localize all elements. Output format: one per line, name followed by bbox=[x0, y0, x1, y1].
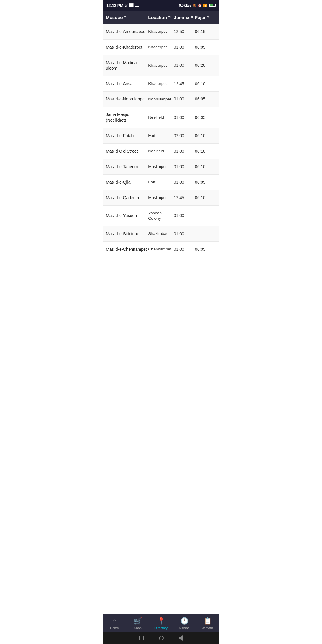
mosque-sort-icon: ⇅ bbox=[124, 16, 127, 19]
table-row[interactable]: Masjid-e-Khaderpet Khaderpet 01:00 06:05 bbox=[103, 40, 219, 55]
mosque-name: Masjid Old Street bbox=[106, 148, 148, 154]
home-button[interactable] bbox=[159, 636, 164, 640]
nav-shop[interactable]: 🛒 Shop bbox=[129, 617, 147, 630]
mosque-location: Neelfield bbox=[148, 148, 174, 154]
mosque-fajar: 06:10 bbox=[195, 81, 216, 87]
table-row[interactable]: Masjid-e-Yaseen Yaseen Colony 01:00 - bbox=[103, 206, 219, 226]
mosque-location: Khaderpet bbox=[148, 29, 174, 34]
mosque-fajar: 06:05 bbox=[195, 179, 216, 185]
table-row[interactable]: Masjid-e-Qadeem Muslimpur 12:45 06:10 bbox=[103, 190, 219, 206]
mosque-name: Masjid-e-Qadeem bbox=[106, 195, 148, 201]
status-bar: 12:13 PM 𝙿 🅿 ▬ 0.0KB/s 🔕 ⏰ 📶 bbox=[103, 0, 219, 11]
mosque-header-label: Mosque bbox=[106, 15, 123, 20]
mosque-fajar: 06:20 bbox=[195, 63, 216, 68]
nav-directory[interactable]: 📍 Directory bbox=[152, 617, 170, 630]
nav-jamath[interactable]: 📋 Jamath bbox=[199, 617, 216, 630]
nav-namaz[interactable]: 🕐 Namaz bbox=[175, 617, 193, 630]
table-row[interactable]: Masjid-e-Ameenabad Khaderpet 12:50 06:15 bbox=[103, 24, 219, 40]
nav-home[interactable]: ⌂ Home bbox=[106, 617, 123, 630]
mosque-name: Masjid-e-Yaseen bbox=[106, 213, 148, 219]
table-body: Masjid-e-Ameenabad Khaderpet 12:50 06:15… bbox=[103, 24, 219, 257]
mosque-location: Fort bbox=[148, 133, 174, 138]
recent-apps-button[interactable] bbox=[139, 636, 144, 640]
status-right: 0.0KB/s 🔕 ⏰ 📶 bbox=[179, 4, 216, 7]
mosque-jumma: 12:45 bbox=[174, 195, 195, 201]
home-icon: ⌂ bbox=[112, 617, 116, 625]
mosque-name: Masjid-e-Madinal uloom bbox=[106, 60, 148, 71]
table-row[interactable]: Masjid-e-Ansar Khaderpet 12:45 06:10 bbox=[103, 76, 219, 92]
col-fajar-header[interactable]: Fajar ⇅ bbox=[195, 15, 216, 20]
battery-display bbox=[208, 4, 216, 7]
mosque-jumma: 01:00 bbox=[174, 247, 195, 252]
shop-icon: 🛒 bbox=[134, 617, 142, 625]
table-row[interactable]: Masjid-e-Chennampet Chennampet 01:00 06:… bbox=[103, 242, 219, 257]
jamath-icon: 📋 bbox=[204, 617, 212, 625]
directory-icon: 📍 bbox=[157, 617, 165, 625]
mosque-name: Masjid-e-Khaderpet bbox=[106, 44, 148, 50]
mosque-name: Masjid-e-Ansar bbox=[106, 81, 148, 87]
mosque-jumma: 12:45 bbox=[174, 81, 195, 87]
mosque-jumma: 01:00 bbox=[174, 231, 195, 237]
mosque-location: Noorullahpet bbox=[148, 97, 174, 102]
mosque-location: Chennampet bbox=[148, 247, 174, 252]
namaz-label: Namaz bbox=[179, 626, 190, 630]
mosque-name: Masjid-e-Fatah bbox=[106, 133, 148, 139]
col-jumma-header[interactable]: Jumma ⇅ bbox=[174, 15, 195, 20]
jumma-sort-icon: ⇅ bbox=[191, 16, 193, 19]
namaz-icon: 🕐 bbox=[180, 617, 188, 625]
mosque-name: Jama Masjid (Neelikhet) bbox=[106, 112, 148, 123]
mosque-fajar: 06:10 bbox=[195, 133, 216, 139]
signal-icon: 📶 bbox=[203, 4, 207, 7]
table-row[interactable]: Masjid-e-Madinal uloom Khaderpet 01:00 0… bbox=[103, 55, 219, 76]
location-sort-icon: ⇅ bbox=[168, 16, 171, 19]
mosque-location: Fort bbox=[148, 179, 174, 185]
mosque-jumma: 01:00 bbox=[174, 63, 195, 68]
mosque-name: Masjid-e-Ameenabad bbox=[106, 29, 148, 35]
mosque-location: Muslimpur bbox=[148, 164, 174, 169]
mosque-location: Khaderpet bbox=[148, 44, 174, 50]
mosque-location: Khaderpet bbox=[148, 81, 174, 86]
table-row[interactable]: Masjid-e-Fatah Fort 02:00 06:10 bbox=[103, 128, 219, 144]
mosque-jumma: 01:00 bbox=[174, 179, 195, 185]
mosque-name: Masjid-e-Qila bbox=[106, 179, 148, 185]
fajar-header-label: Fajar bbox=[195, 15, 206, 20]
mosque-fajar: 06:15 bbox=[195, 29, 216, 35]
mosque-location: Muslimpur bbox=[148, 195, 174, 200]
mosque-fajar: 06:05 bbox=[195, 115, 216, 120]
mosque-jumma: 01:00 bbox=[174, 213, 195, 219]
mosque-name: Masjid-e-Siddique bbox=[106, 231, 148, 237]
mosque-name: Masjid-e-Noorulahpet bbox=[106, 96, 148, 102]
time-display: 12:13 PM bbox=[106, 3, 123, 8]
mosque-jumma: 01:00 bbox=[174, 148, 195, 154]
mosque-fajar: 06:05 bbox=[195, 96, 216, 102]
shop-label: Shop bbox=[134, 626, 142, 630]
mosque-jumma: 01:00 bbox=[174, 115, 195, 120]
table-row[interactable]: Masjid-e-Qila Fort 01:00 06:05 bbox=[103, 175, 219, 190]
jamath-label: Jamath bbox=[202, 626, 213, 630]
mosque-fajar: - bbox=[195, 213, 216, 219]
fajar-sort-icon: ⇅ bbox=[207, 16, 210, 19]
back-button[interactable] bbox=[179, 635, 183, 641]
mosque-fajar: 06:10 bbox=[195, 195, 216, 201]
location-header-label: Location bbox=[148, 15, 167, 20]
mosque-fajar: 06:10 bbox=[195, 164, 216, 170]
mosque-location: Yaseen Colony bbox=[148, 210, 174, 221]
table-row[interactable]: Jama Masjid (Neelikhet) Neelfield 01:00 … bbox=[103, 107, 219, 128]
network-speed: 0.0KB/s bbox=[179, 4, 191, 7]
mosque-fajar: 06:05 bbox=[195, 44, 216, 50]
mosque-location: Neelfield bbox=[148, 115, 174, 120]
status-left: 12:13 PM 𝙿 🅿 ▬ bbox=[106, 3, 139, 8]
bottom-nav: ⌂ Home 🛒 Shop 📍 Directory 🕐 Namaz 📋 Jama… bbox=[103, 614, 219, 632]
directory-label: Directory bbox=[154, 626, 168, 630]
alarm-icon: ⏰ bbox=[198, 4, 202, 7]
table-row[interactable]: Masjid-e-Noorulahpet Noorullahpet 01:00 … bbox=[103, 92, 219, 107]
col-location-header[interactable]: Location ⇅ bbox=[148, 15, 174, 20]
table-row[interactable]: Masjid-e-Siddique Shakirabad 01:00 - bbox=[103, 226, 219, 242]
mosque-fajar: 06:05 bbox=[195, 247, 216, 252]
mosque-jumma: 01:00 bbox=[174, 44, 195, 50]
table-row[interactable]: Masjid-e-Taneem Muslimpur 01:00 06:10 bbox=[103, 159, 219, 175]
app-icon-p: 🅿 bbox=[129, 3, 133, 8]
col-mosque-header[interactable]: Mosque ⇅ bbox=[106, 15, 148, 20]
table-row[interactable]: Masjid Old Street Neelfield 01:00 06:10 bbox=[103, 144, 219, 159]
mosque-fajar: - bbox=[195, 231, 216, 237]
